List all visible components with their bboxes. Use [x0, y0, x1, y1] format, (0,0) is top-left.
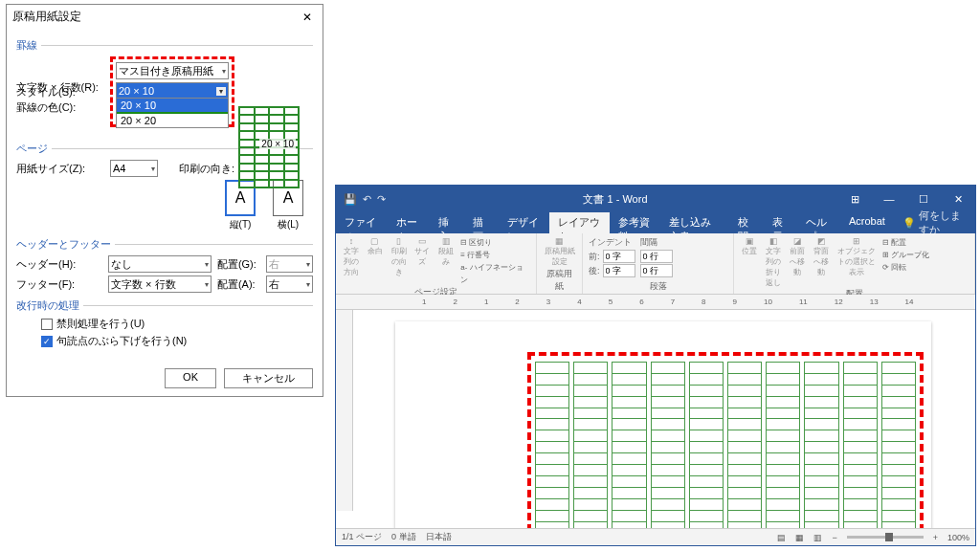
label-alignG: 配置(G):: [217, 257, 260, 272]
spacing-after-input[interactable]: [640, 264, 673, 277]
orient-button[interactable]: ▯印刷の向き: [390, 236, 409, 277]
section-linebreak: 改行時の処理: [16, 298, 79, 313]
tab-mailings[interactable]: 差し込み文書: [660, 212, 728, 233]
cancel-button[interactable]: キャンセル: [224, 368, 313, 388]
bulb-icon: 💡: [902, 217, 916, 230]
redo-icon[interactable]: ↷: [377, 193, 386, 206]
label-color: 罫線の色(C):: [16, 100, 104, 115]
text-direction-button[interactable]: ↕文字列の方向: [342, 236, 361, 277]
group-button[interactable]: ⊞ グループ化: [882, 249, 929, 261]
punct-checkbox[interactable]: ✓句読点のぶら下げを行う(N): [41, 334, 313, 348]
indent-after-input[interactable]: [603, 264, 635, 277]
vertical-ruler[interactable]: [336, 310, 353, 511]
view-web-icon[interactable]: ▥: [813, 533, 822, 542]
alignG-select[interactable]: 右▾: [266, 255, 313, 273]
indent-before-input[interactable]: [603, 250, 635, 263]
word-window: 💾 ↶ ↷ 文書 1 - Word ⊞ — ☐ ✕ ファイル ホーム 挿入 描画…: [335, 185, 976, 546]
zoom-out-icon[interactable]: −: [832, 533, 836, 542]
alignA-select[interactable]: 右▾: [266, 276, 313, 293]
label-footer: フッター(F):: [16, 277, 102, 292]
undo-icon[interactable]: ↶: [363, 193, 371, 206]
ribbon: ↕文字列の方向 ▢余白 ▯印刷の向き ▭サイズ ▥段組み ⊟ 区切り ≡ 行番号…: [336, 233, 975, 295]
selpane-button[interactable]: ⊞オブジェクトの選択と表示: [835, 236, 878, 277]
kinsoku-checkbox[interactable]: 禁則処理を行う(U): [41, 317, 313, 331]
tab-home[interactable]: ホーム: [388, 212, 431, 233]
highlighted-dropdown-area: マス目付き原稿用紙▾ 20 × 10▾ 20 × 10 20 × 20: [110, 56, 234, 127]
tab-help[interactable]: ヘルプ: [797, 212, 840, 233]
close-icon[interactable]: ✕: [298, 11, 317, 24]
align-button[interactable]: ⊟ 配置: [882, 236, 929, 249]
label-header: ヘッダー(H):: [16, 257, 102, 272]
status-words[interactable]: 0 単語: [391, 531, 416, 543]
close-window-icon[interactable]: ✕: [941, 193, 975, 206]
genkou-settings-dialog: 原稿用紙設定 ✕ 罫線 スタイル(S): マス目付き原稿用紙▾ 20 × 10▾…: [6, 4, 323, 397]
option-20x20[interactable]: 20 × 20: [117, 112, 228, 127]
zoom-in-icon[interactable]: +: [933, 533, 938, 542]
zoom-value[interactable]: 100%: [947, 533, 969, 542]
tab-file[interactable]: ファイル: [336, 212, 388, 233]
tab-draw[interactable]: 描画: [464, 212, 499, 233]
section-hf: ヘッダーとフッター: [16, 237, 111, 252]
tell-me[interactable]: 💡何をしますか: [894, 212, 975, 233]
label-alignA: 配置(A):: [217, 277, 260, 292]
position-button[interactable]: ▣位置: [740, 236, 759, 256]
option-20x10[interactable]: 20 × 10: [117, 99, 228, 112]
ribbon-tabs: ファイル ホーム 挿入 描画 デザイン レイアウト 参考資料 差し込み文書 校閲…: [336, 212, 975, 233]
status-page[interactable]: 1/1 ページ: [342, 531, 382, 543]
genkou-grid: [535, 362, 916, 528]
breaks-button[interactable]: ⊟ 区切り: [460, 236, 530, 249]
tab-acrobat[interactable]: Acrobat: [840, 212, 894, 233]
footer-select[interactable]: 文字数 × 行数▾: [108, 276, 212, 293]
tab-layout[interactable]: レイアウト: [549, 212, 609, 233]
statusbar: 1/1 ページ 0 単語 日本語 ▤ ▦ ▥ − + 100%: [336, 528, 975, 545]
dialog-title-text: 原稿用紙設定: [12, 9, 81, 25]
tab-view[interactable]: 表示: [764, 212, 798, 233]
label-chars: 文字数 × 行数(R):: [16, 80, 104, 95]
front-button[interactable]: ◪前面へ移動: [788, 236, 807, 277]
dialog-titlebar: 原稿用紙設定 ✕: [7, 5, 323, 29]
titlebar: 💾 ↶ ↷ 文書 1 - Word ⊞ — ☐ ✕: [336, 186, 975, 212]
header-select[interactable]: なし▾: [108, 255, 212, 273]
tab-insert[interactable]: 挿入: [430, 212, 464, 233]
linenum-button[interactable]: ≡ 行番号: [460, 249, 530, 261]
back-button[interactable]: ◩背面へ移動: [812, 236, 831, 277]
horizontal-ruler[interactable]: 121234567891011121314: [336, 295, 975, 310]
rotate-button[interactable]: ⟳ 回転: [882, 261, 929, 274]
maximize-icon[interactable]: ☐: [906, 193, 941, 206]
page-canvas[interactable]: [395, 321, 931, 528]
size-button[interactable]: ▭サイズ: [413, 236, 433, 267]
tab-design[interactable]: デザイン: [499, 212, 550, 233]
tab-references[interactable]: 参考資料: [610, 212, 661, 233]
status-lang[interactable]: 日本語: [426, 531, 452, 543]
genkou-button[interactable]: ▦原稿用紙設定: [543, 236, 576, 267]
ok-button[interactable]: OK: [165, 368, 216, 388]
view-read-icon[interactable]: ▦: [795, 533, 804, 542]
label-paper: 用紙サイズ(Z):: [16, 162, 104, 176]
columns-button[interactable]: ▥段組み: [436, 236, 456, 267]
label-orient: 印刷の向き:: [179, 162, 234, 176]
view-print-icon[interactable]: ▤: [777, 533, 786, 542]
wrap-button[interactable]: ◧文字列の折り返し: [764, 236, 783, 288]
doc-title: 文書 1 - Word: [393, 192, 837, 207]
section-ruled: 罫線: [16, 38, 37, 53]
minimize-icon[interactable]: —: [872, 193, 906, 206]
preview-label: 20 × 10: [259, 139, 296, 149]
ribbon-opts-icon[interactable]: ⊞: [837, 193, 872, 206]
paper-select[interactable]: A4▾: [110, 160, 158, 177]
style-select[interactable]: マス目付き原稿用紙▾: [116, 62, 229, 79]
zoom-slider[interactable]: [847, 536, 924, 539]
tab-review[interactable]: 校閲: [729, 212, 764, 233]
margin-button[interactable]: ▢余白: [366, 236, 385, 256]
save-icon[interactable]: 💾: [344, 193, 357, 206]
spacing-before-input[interactable]: [640, 250, 673, 263]
document-area: 121234567891011121314: [336, 295, 975, 528]
chars-dropdown-list: 20 × 10 20 × 20: [116, 98, 229, 128]
hyphen-button[interactable]: a- ハイフネーション: [460, 261, 530, 286]
section-page: ページ: [16, 142, 48, 156]
